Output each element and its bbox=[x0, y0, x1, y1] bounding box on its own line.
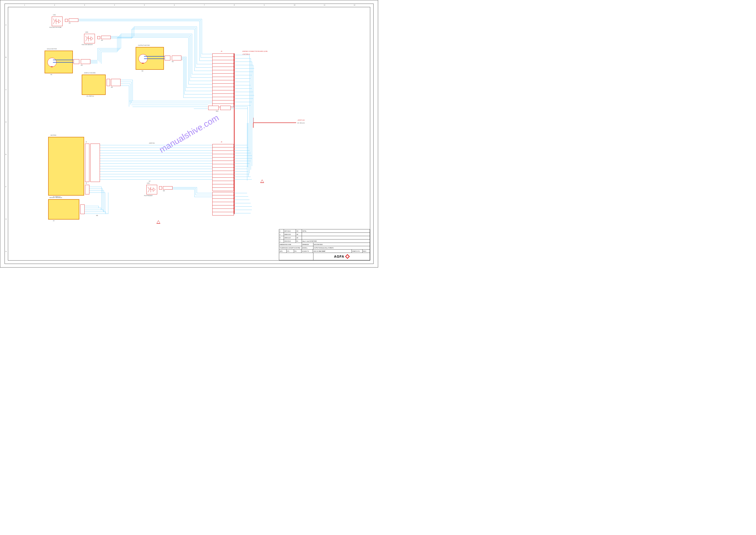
conn-us2 bbox=[65, 19, 68, 22]
rev0-date: 2007-06-22 bbox=[284, 229, 296, 233]
plug-out bbox=[172, 56, 181, 60]
plug-j5 bbox=[90, 144, 100, 182]
ucb-bus-vertical bbox=[234, 53, 234, 214]
sensor-us2 bbox=[52, 16, 63, 26]
conn-hold bbox=[73, 59, 79, 64]
conn-us4 bbox=[159, 186, 162, 190]
ucb-title: UNIFIED CONNECTOR BOARD (UCB) bbox=[242, 51, 268, 52]
density-j7 bbox=[80, 205, 85, 214]
triangle-1: 1 bbox=[156, 220, 160, 224]
conn-out bbox=[165, 56, 170, 60]
ucb-j5-block bbox=[212, 144, 234, 191]
us4-sub: FILM PRESENT bbox=[144, 195, 153, 196]
conn-display bbox=[107, 79, 110, 86]
main-out-line bbox=[253, 123, 296, 123]
plug-w11-l bbox=[208, 106, 219, 110]
rev0-name: CM bbox=[296, 229, 302, 233]
ucb-j3-block bbox=[212, 53, 234, 107]
output-motor-label: OUTPUT MOTOR bbox=[138, 44, 149, 46]
us3-label: US3 bbox=[85, 31, 88, 33]
svg-line-4 bbox=[150, 188, 150, 189]
svg-line-2 bbox=[88, 37, 88, 38]
keypad-j5 bbox=[85, 144, 89, 182]
ucb-j6-block bbox=[212, 192, 234, 215]
subtitle: OUTPUT MODULE (FULL FORMAT) bbox=[313, 246, 370, 249]
plug-w11-r bbox=[220, 106, 231, 110]
diamond-icon bbox=[345, 254, 350, 259]
main-ref: +MGP=J12 bbox=[297, 119, 305, 121]
keypad-label: KEYPAD bbox=[51, 134, 56, 136]
conn-us3 bbox=[97, 36, 100, 39]
svg-line-3 bbox=[88, 38, 88, 39]
title: DRYSTAR 5503 bbox=[313, 243, 370, 246]
svg-line-0 bbox=[55, 19, 56, 20]
svg-line-1 bbox=[55, 20, 56, 21]
drawing-frame: 123456789101112 ABCDEFGH manualshive.com… bbox=[0, 0, 378, 268]
sensor-us3 bbox=[84, 34, 95, 43]
plug-us3 bbox=[101, 36, 111, 39]
display-board-label: DISPLAY BOARD bbox=[84, 72, 95, 73]
rev0-id: 0 bbox=[279, 229, 284, 233]
display-board-block bbox=[82, 74, 106, 95]
j3-label: J3 bbox=[221, 51, 222, 52]
us2-sub: HOLD MOTOR HOME bbox=[49, 27, 61, 28]
density-label: DENSITY MODULE bbox=[49, 197, 62, 198]
density-module-block bbox=[48, 199, 79, 219]
plug-us2 bbox=[69, 18, 78, 22]
us2-label: US2 bbox=[53, 14, 56, 15]
agfa-logo: AGFA bbox=[313, 253, 370, 260]
us3-sub: FILM JAM SENSOR bbox=[82, 44, 93, 45]
hold-motor-label: HOLD MOTOR bbox=[47, 48, 57, 50]
sensor-us4 bbox=[147, 185, 157, 194]
us4-label: US4 bbox=[147, 183, 150, 184]
title-block: 0 2007-06-22 CM INITIAL A 2008-01-28 JW … bbox=[279, 229, 370, 260]
content-border bbox=[8, 7, 370, 261]
rev0-desc: INITIAL bbox=[302, 229, 370, 233]
triangle-3: 3 bbox=[260, 180, 264, 183]
plug-display bbox=[111, 79, 121, 86]
keypad-block bbox=[48, 137, 84, 196]
plug-hold bbox=[81, 59, 90, 64]
svg-line-5 bbox=[150, 189, 150, 190]
keypad-j6 bbox=[85, 185, 89, 194]
plug-us4 bbox=[163, 186, 173, 190]
